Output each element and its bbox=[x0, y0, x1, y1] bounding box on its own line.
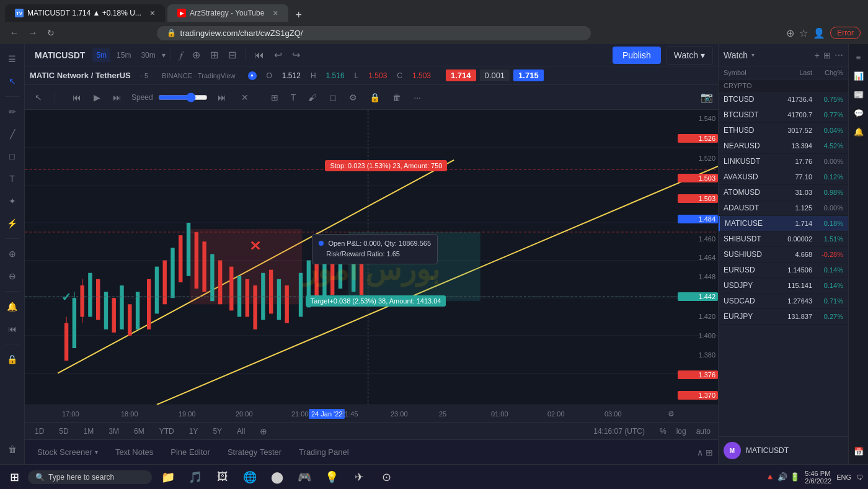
wl-item-avaxusd[interactable]: AVAXUSD 77.10 0.12% bbox=[719, 169, 848, 185]
camera-btn[interactable]: 📷 bbox=[701, 91, 713, 103]
watch-button[interactable]: Watch ▾ bbox=[666, 46, 713, 65]
taskbar-telegram[interactable]: ✈ bbox=[347, 467, 371, 487]
replay-forward-btn[interactable]: ⏭ bbox=[108, 90, 126, 105]
strip-chart-icon[interactable]: 📊 bbox=[851, 68, 867, 84]
draw-text-btn[interactable]: T bbox=[286, 90, 301, 105]
wl-item-usdcad[interactable]: USDCAD 1.27643 0.71% bbox=[719, 294, 848, 309]
sidebar-measure-icon[interactable]: ⚡ bbox=[2, 213, 22, 233]
tab-stock-screener[interactable]: Stock Screener ▾ bbox=[30, 444, 105, 460]
publish-button[interactable]: Publish bbox=[613, 47, 661, 64]
taskbar-ps[interactable]: 🖼 bbox=[210, 467, 235, 487]
tab-pine-editor[interactable]: Pine Editor bbox=[163, 444, 218, 460]
wl-item-usdjpy[interactable]: USDJPY 115.141 0.14% bbox=[719, 278, 848, 294]
tab-strategy-tester[interactable]: Strategy Tester bbox=[220, 444, 289, 460]
compare-btn2[interactable]: ⊕ bbox=[257, 425, 270, 437]
period-1d[interactable]: 1D bbox=[32, 426, 46, 437]
draw-settings-btn[interactable]: ⚙ bbox=[344, 90, 362, 105]
back-button[interactable]: ← bbox=[7, 25, 21, 40]
new-tab-button[interactable]: + bbox=[291, 9, 308, 22]
sidebar-patterns-icon[interactable]: ✦ bbox=[2, 191, 22, 211]
tab-collapse-icon[interactable]: ∧ bbox=[697, 447, 703, 457]
wl-item-btcusdt[interactable]: BTCUSDT 41700.7 0.77% bbox=[719, 107, 848, 123]
strip-list-icon[interactable]: ≡ bbox=[851, 49, 867, 65]
indicators-btn[interactable]: 𝑓 bbox=[176, 47, 186, 63]
period-all[interactable]: All bbox=[234, 426, 247, 437]
draw-cursor-btn[interactable]: ↖ bbox=[30, 90, 47, 105]
tab-expand-icon[interactable]: ⊞ bbox=[706, 447, 713, 457]
sidebar-cursor-icon[interactable]: ↖ bbox=[2, 71, 22, 91]
address-bar[interactable]: 🔒 tradingview.com/chart/cwZS1gZQ/ bbox=[157, 26, 591, 40]
sidebar-alert-icon[interactable]: 🔔 bbox=[2, 297, 22, 316]
symbol-label[interactable]: MATICUSDT bbox=[30, 48, 90, 63]
tab-tradingview[interactable]: TV MATICUSDT 1.714 ▲ +0.18% U... × bbox=[5, 4, 165, 22]
wl-item-atomusd[interactable]: ATOMUSD 31.03 0.98% bbox=[719, 185, 848, 200]
extensions-icon[interactable]: ⊕ bbox=[786, 27, 794, 39]
undo-btn[interactable]: ↩ bbox=[270, 47, 286, 63]
sidebar-zoomin-icon[interactable]: ⊕ bbox=[2, 244, 22, 264]
wl-sort-icon[interactable]: ⊞ bbox=[823, 50, 831, 60]
replay-end-btn[interactable]: ⏭ bbox=[213, 90, 231, 105]
sidebar-text-icon[interactable]: T bbox=[2, 169, 22, 189]
strip-calendar-icon[interactable]: 📅 bbox=[851, 443, 867, 459]
win-start-button[interactable]: ⊞ bbox=[5, 468, 24, 487]
sidebar-menu-icon[interactable]: ☰ bbox=[2, 49, 22, 69]
timeframe-dropdown-icon[interactable]: ▾ bbox=[162, 51, 166, 60]
goto-start-btn[interactable]: ⏮ bbox=[250, 47, 268, 63]
period-5d[interactable]: 5D bbox=[56, 426, 71, 437]
sidebar-trendline-icon[interactable]: ╱ bbox=[2, 124, 22, 144]
wl-item-nearusd[interactable]: NEARUSD 13.394 4.52% bbox=[719, 138, 848, 154]
sidebar-pencil-icon[interactable]: ✏ bbox=[2, 102, 22, 122]
sidebar-trash-icon[interactable]: 🗑 bbox=[2, 439, 22, 459]
strip-alert2-icon[interactable]: 🔔 bbox=[851, 123, 867, 140]
taskbar-notification-icon[interactable]: 🗨 bbox=[856, 473, 863, 481]
bookmark-icon[interactable]: ☆ bbox=[799, 27, 808, 39]
wl-item-eurusd[interactable]: EURUSD 1.14506 0.14% bbox=[719, 262, 848, 278]
wl-item-eurjpy[interactable]: EURJPY 131.837 0.27% bbox=[719, 309, 848, 325]
period-3m[interactable]: 3M bbox=[106, 426, 122, 437]
period-1y[interactable]: 1Y bbox=[187, 426, 201, 437]
taskbar-edge[interactable]: 🌐 bbox=[237, 467, 262, 487]
screener-btn[interactable]: ⊟ bbox=[224, 47, 240, 63]
sidebar-replay-icon[interactable]: ⏮ bbox=[2, 319, 22, 339]
taskbar-app3[interactable]: ⊙ bbox=[374, 467, 399, 487]
tray-network[interactable]: 🔺 bbox=[765, 472, 775, 482]
tab-close-yt[interactable]: × bbox=[273, 8, 278, 18]
tray-volume[interactable]: 🔊 bbox=[777, 472, 787, 482]
draw-eraser-btn[interactable]: ◻ bbox=[324, 90, 342, 105]
draw-brush-btn[interactable]: 🖌 bbox=[303, 90, 322, 105]
strip-chat-icon[interactable]: 💬 bbox=[851, 105, 867, 121]
taskbar-app2[interactable]: 💡 bbox=[319, 467, 344, 487]
sidebar-shapes-icon[interactable]: □ bbox=[2, 146, 22, 166]
timeframe-5m[interactable]: 5m bbox=[92, 48, 110, 62]
forward-button[interactable]: → bbox=[26, 25, 40, 40]
wl-add-icon[interactable]: + bbox=[815, 50, 820, 60]
wl-item-shibusdt[interactable]: SHIBUSDT 0.00002 1.51% bbox=[719, 231, 848, 247]
error-button[interactable]: Error bbox=[830, 27, 861, 39]
tab-text-notes[interactable]: Text Notes bbox=[108, 444, 161, 460]
wl-item-sushiusd[interactable]: SUSHIUSD 4.668 -0.28% bbox=[719, 247, 848, 262]
draw-more-btn[interactable]: ··· bbox=[409, 90, 426, 105]
taskbar-chrome[interactable]: ⬤ bbox=[265, 467, 290, 487]
draw-lock-btn[interactable]: 🔒 bbox=[365, 90, 385, 105]
tab-youtube[interactable]: ▶ ArzStrategy - YouTube × bbox=[167, 4, 288, 22]
speed-slider[interactable] bbox=[158, 92, 208, 102]
wl-item-maticuse[interactable]: MATICUSE 1.714 0.18% bbox=[719, 216, 848, 231]
chart-settings-icon[interactable]: ⚙ bbox=[668, 410, 675, 418]
period-1m[interactable]: 1M bbox=[81, 426, 97, 437]
draw-select-btn[interactable]: ⊞ bbox=[266, 90, 283, 105]
wl-item-adausdt[interactable]: ADAUSDT 1.125 0.00% bbox=[719, 200, 848, 216]
period-5y[interactable]: 5Y bbox=[210, 426, 224, 437]
taskbar-app1[interactable]: 🎮 bbox=[292, 467, 317, 487]
period-6m[interactable]: 6M bbox=[131, 426, 147, 437]
compare-btn[interactable]: ⊕ bbox=[188, 47, 204, 63]
profile-icon[interactable]: 👤 bbox=[813, 27, 825, 39]
wl-item-btcusd[interactable]: BTCUSD 41736.4 0.75% bbox=[719, 92, 848, 107]
watchlist-arrow[interactable]: ▾ bbox=[751, 52, 755, 58]
win-search-box[interactable]: 🔍 Type here to search bbox=[28, 470, 152, 484]
taskbar-music[interactable]: 🎵 bbox=[183, 467, 208, 487]
refresh-button[interactable]: ↻ bbox=[45, 25, 57, 40]
timeframe-30m[interactable]: 30m bbox=[137, 48, 159, 62]
replay-play-btn[interactable]: ▶ bbox=[89, 90, 105, 105]
tab-trading-panel[interactable]: Trading Panel bbox=[291, 444, 356, 460]
strip-news-icon[interactable]: 📰 bbox=[851, 86, 867, 102]
